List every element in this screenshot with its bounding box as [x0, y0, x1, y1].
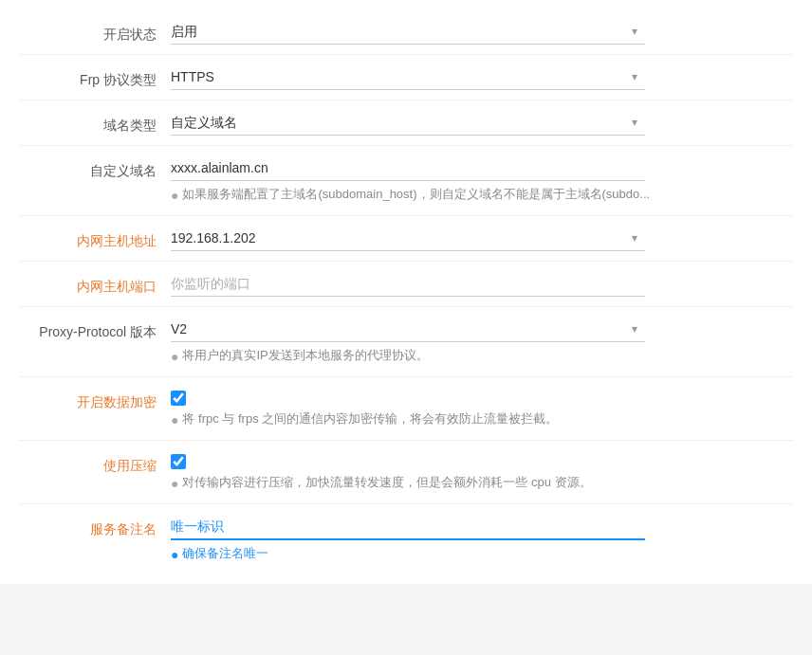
select-wrapper-frp-protocol[interactable]: HTTP HTTPS TCP UDP ▾ [171, 64, 645, 90]
label-service-alias: 服务备注名 [19, 514, 171, 539]
row-enable-encryption: 开启数据加密 ● 将 frpc 与 frps 之间的通信内容加密传输，将会有效防… [19, 377, 793, 441]
hint-compression: ● 对传输内容进行压缩，加快流量转发速度，但是会额外消耗一些 cpu 资源。 [171, 473, 793, 494]
info-icon: ● [171, 186, 178, 206]
row-custom-domain: 自定义域名 ● 如果服务端配置了主域名(subdomain_host)，则自定义… [19, 146, 793, 216]
row-proxy-protocol: Proxy-Protocol 版本 V1 V2 ▾ ● 将用户的真实IP发送到本… [19, 307, 793, 377]
label-local-host: 内网主机地址 [19, 226, 171, 251]
checkbox-enable-encryption[interactable] [171, 391, 186, 406]
select-wrapper-local-host[interactable]: 192.168.1.202 127.0.0.1 ▾ [171, 226, 645, 251]
content-service-alias: ● 确保备注名唯一 [171, 514, 793, 565]
hint-text-proxy-protocol: 将用户的真实IP发送到本地服务的代理协议。 [182, 346, 428, 365]
select-wrapper-enable-status[interactable]: 启用 禁用 ▾ [171, 19, 645, 45]
label-local-port: 内网主机端口 [19, 271, 171, 297]
info-icon: ● [171, 545, 178, 565]
row-service-alias: 服务备注名 ● 确保备注名唯一 [19, 504, 793, 574]
hint-proxy-protocol: ● 将用户的真实IP发送到本地服务的代理协议。 [171, 346, 793, 367]
content-domain-type: 自定义域名 子域名 ▾ [171, 110, 793, 136]
row-enable-status: 开启状态 启用 禁用 ▾ [19, 9, 793, 55]
select-wrapper-proxy-protocol[interactable]: V1 V2 ▾ [171, 317, 645, 342]
hint-encryption: ● 将 frpc 与 frps 之间的通信内容加密传输，将会有效防止流量被拦截。 [171, 409, 793, 430]
select-wrapper-domain-type[interactable]: 自定义域名 子域名 ▾ [171, 110, 645, 136]
select-frp-protocol[interactable]: HTTP HTTPS TCP UDP [171, 64, 645, 89]
label-enable-encryption: 开启数据加密 [19, 387, 171, 412]
content-enable-encryption: ● 将 frpc 与 frps 之间的通信内容加密传输，将会有效防止流量被拦截。 [171, 387, 793, 430]
hint-text-custom-domain: 如果服务端配置了主域名(subdomain_host)，则自定义域名不能是属于主… [182, 185, 650, 204]
row-local-host: 内网主机地址 192.168.1.202 127.0.0.1 ▾ [19, 216, 793, 262]
hint-text-compression: 对传输内容进行压缩，加快流量转发速度，但是会额外消耗一些 cpu 资源。 [182, 473, 591, 492]
input-custom-domain[interactable] [171, 155, 645, 181]
hint-service-alias: ● 确保备注名唯一 [171, 544, 793, 565]
hint-text-service-alias: 确保备注名唯一 [182, 544, 268, 563]
content-local-host: 192.168.1.202 127.0.0.1 ▾ [171, 226, 793, 251]
select-local-host[interactable]: 192.168.1.202 127.0.0.1 [171, 226, 645, 250]
content-frp-protocol: HTTP HTTPS TCP UDP ▾ [171, 64, 793, 90]
info-icon: ● [171, 474, 178, 494]
input-local-port[interactable] [171, 271, 645, 297]
info-icon: ● [171, 347, 178, 367]
label-domain-type: 域名类型 [19, 110, 171, 136]
content-local-port [171, 271, 793, 297]
content-proxy-protocol: V1 V2 ▾ ● 将用户的真实IP发送到本地服务的代理协议。 [171, 317, 793, 367]
select-proxy-protocol[interactable]: V1 V2 [171, 317, 645, 341]
label-enable-status: 开启状态 [19, 19, 171, 45]
label-enable-compression: 使用压缩 [19, 450, 171, 476]
label-proxy-protocol: Proxy-Protocol 版本 [19, 317, 171, 342]
info-icon: ● [171, 410, 178, 430]
row-local-port: 内网主机端口 [19, 262, 793, 307]
hint-text-encryption: 将 frpc 与 frps 之间的通信内容加密传输，将会有效防止流量被拦截。 [182, 409, 558, 428]
label-frp-protocol: Frp 协议类型 [19, 64, 171, 90]
content-custom-domain: ● 如果服务端配置了主域名(subdomain_host)，则自定义域名不能是属… [171, 155, 793, 206]
select-enable-status[interactable]: 启用 禁用 [171, 19, 645, 44]
checkbox-enable-compression[interactable] [171, 454, 186, 469]
hint-custom-domain: ● 如果服务端配置了主域名(subdomain_host)，则自定义域名不能是属… [171, 185, 793, 206]
row-domain-type: 域名类型 自定义域名 子域名 ▾ [19, 100, 793, 146]
select-domain-type[interactable]: 自定义域名 子域名 [171, 110, 645, 135]
row-frp-protocol: Frp 协议类型 HTTP HTTPS TCP UDP ▾ [19, 55, 793, 100]
checkbox-wrapper-compression [171, 450, 793, 469]
settings-form: 开启状态 启用 禁用 ▾ Frp 协议类型 HTTP HTTPS TCP UDP [0, 0, 812, 584]
input-service-alias[interactable] [171, 514, 645, 540]
label-custom-domain: 自定义域名 [19, 155, 171, 181]
row-enable-compression: 使用压缩 ● 对传输内容进行压缩，加快流量转发速度，但是会额外消耗一些 cpu … [19, 441, 793, 504]
content-enable-status: 启用 禁用 ▾ [171, 19, 793, 45]
checkbox-wrapper-encryption [171, 387, 793, 406]
content-enable-compression: ● 对传输内容进行压缩，加快流量转发速度，但是会额外消耗一些 cpu 资源。 [171, 450, 793, 494]
